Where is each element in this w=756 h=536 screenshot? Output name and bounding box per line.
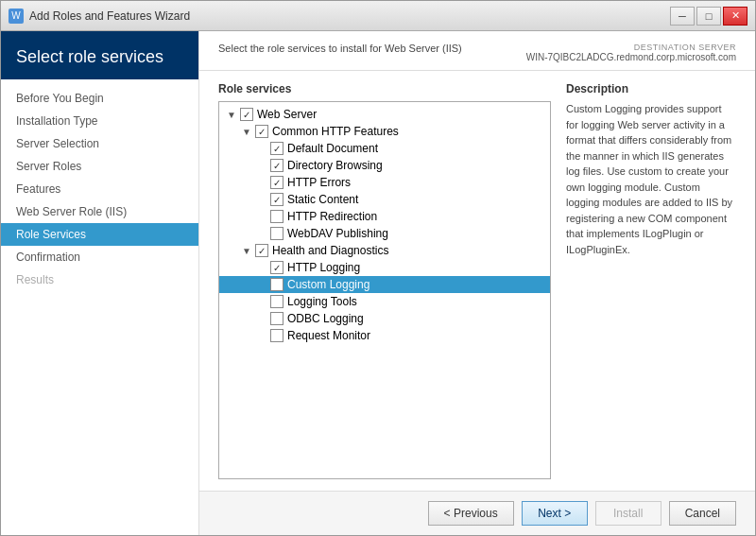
expander-icon: ▼ <box>227 110 240 120</box>
checkbox-http-redirection[interactable] <box>270 210 284 223</box>
tree-label-static-content: Static Content <box>287 193 358 206</box>
main-body: Role services ▼ Web Server ▼ <box>199 71 755 491</box>
minimize-button[interactable]: ─ <box>670 7 695 26</box>
description-label: Description <box>566 82 736 95</box>
sidebar-item-results: Results <box>1 268 198 291</box>
install-button: Install <box>595 501 662 526</box>
window-title: Add Roles and Features Wizard <box>29 9 190 23</box>
destination-server-info: DESTINATION SERVER WIN-7QIBC2LADCG.redmo… <box>526 43 736 62</box>
tree-item-static-content[interactable]: Static Content <box>219 191 550 208</box>
tree-label-http-redirection: HTTP Redirection <box>287 210 377 223</box>
main-header: Select the role services to install for … <box>199 31 755 71</box>
sidebar-heading: Select role services <box>1 31 198 79</box>
tree-item-directory-browsing[interactable]: Directory Browsing <box>219 157 550 174</box>
tree-container[interactable]: ▼ Web Server ▼ Common HTTP Features <box>218 101 551 479</box>
tree-item-odbc-logging[interactable]: ODBC Logging <box>219 310 550 327</box>
tree-item-http-errors[interactable]: HTTP Errors <box>219 174 550 191</box>
checkbox-custom-logging[interactable] <box>270 278 284 291</box>
header-instruction: Select the role services to install for … <box>218 43 462 54</box>
tree-label-directory-browsing: Directory Browsing <box>287 159 383 172</box>
window-icon: W <box>9 9 24 24</box>
tree-item-health-diagnostics[interactable]: ▼ Health and Diagnostics <box>219 242 550 259</box>
tree-label-http-errors: HTTP Errors <box>287 176 351 189</box>
wizard-window: W Add Roles and Features Wizard ─ □ ✕ Se… <box>0 0 756 536</box>
tree-item-common-http[interactable]: ▼ Common HTTP Features <box>219 123 550 140</box>
tree-item-webdav-publishing[interactable]: WebDAV Publishing <box>219 225 550 242</box>
sidebar-item-web-server-role[interactable]: Web Server Role (IIS) <box>1 200 198 223</box>
tree-item-logging-tools[interactable]: Logging Tools <box>219 293 550 310</box>
close-button[interactable]: ✕ <box>723 7 747 26</box>
tree-label-common-http: Common HTTP Features <box>272 125 399 138</box>
checkbox-health-diagnostics[interactable] <box>255 244 268 257</box>
description-text: Custom Logging provides support for logg… <box>566 101 736 257</box>
checkbox-static-content[interactable] <box>270 193 284 206</box>
sidebar-nav: Before You Begin Installation Type Serve… <box>1 79 198 535</box>
sidebar-item-features[interactable]: Features <box>1 178 198 200</box>
description-panel: Description Custom Logging provides supp… <box>566 82 736 479</box>
prev-button[interactable]: < Previous <box>428 501 514 526</box>
maximize-button[interactable]: □ <box>696 7 721 26</box>
sidebar-item-role-services[interactable]: Role Services <box>1 223 198 246</box>
checkbox-http-logging[interactable] <box>270 261 284 274</box>
checkbox-request-monitor[interactable] <box>270 329 284 342</box>
checkbox-http-errors[interactable] <box>270 176 284 189</box>
checkbox-directory-browsing[interactable] <box>270 159 284 172</box>
tree-item-default-document[interactable]: Default Document <box>219 140 550 157</box>
expander-icon: ▼ <box>242 246 255 256</box>
tree-label-custom-logging: Custom Logging <box>287 278 369 291</box>
tree-label-default-document: Default Document <box>287 142 378 155</box>
checkbox-default-document[interactable] <box>270 142 284 155</box>
tree-label-odbc-logging: ODBC Logging <box>287 312 364 325</box>
tree-panel: Role services ▼ Web Server ▼ <box>218 82 551 479</box>
title-bar: W Add Roles and Features Wizard ─ □ ✕ <box>1 1 755 31</box>
sidebar-item-before-begin[interactable]: Before You Begin <box>1 87 198 110</box>
main-panel: Select the role services to install for … <box>199 31 755 535</box>
tree-item-http-redirection[interactable]: HTTP Redirection <box>219 208 550 225</box>
sidebar: Select role services Before You Begin In… <box>1 31 199 535</box>
content-area: Select role services Before You Begin In… <box>1 31 755 535</box>
sidebar-item-server-roles[interactable]: Server Roles <box>1 155 198 178</box>
dest-server-label: DESTINATION SERVER <box>526 43 736 52</box>
tree-inner: ▼ Web Server ▼ Common HTTP Features <box>219 102 550 348</box>
tree-label-webdav-publishing: WebDAV Publishing <box>287 227 388 240</box>
expander-icon: ▼ <box>242 127 255 137</box>
checkbox-web-server[interactable] <box>240 108 253 121</box>
checkbox-webdav-publishing[interactable] <box>270 227 284 240</box>
sidebar-item-server-selection[interactable]: Server Selection <box>1 132 198 155</box>
checkbox-common-http[interactable] <box>255 125 268 138</box>
tree-item-web-server[interactable]: ▼ Web Server <box>219 106 550 123</box>
wizard-footer: < Previous Next > Install Cancel <box>199 491 755 535</box>
dest-server-name: WIN-7QIBC2LADCG.redmond.corp.microsoft.c… <box>526 52 736 62</box>
cancel-button[interactable]: Cancel <box>669 501 736 526</box>
sidebar-item-confirmation[interactable]: Confirmation <box>1 246 198 268</box>
checkbox-odbc-logging[interactable] <box>270 312 284 325</box>
tree-item-custom-logging[interactable]: Custom Logging <box>219 276 550 293</box>
tree-label-health-diagnostics: Health and Diagnostics <box>272 244 388 257</box>
title-bar-left: W Add Roles and Features Wizard <box>9 9 190 24</box>
checkbox-logging-tools[interactable] <box>270 295 284 308</box>
tree-panel-label: Role services <box>218 82 551 95</box>
title-bar-controls: ─ □ ✕ <box>670 7 747 26</box>
sidebar-item-installation-type[interactable]: Installation Type <box>1 110 198 132</box>
tree-label-logging-tools: Logging Tools <box>287 295 357 308</box>
tree-label-http-logging: HTTP Logging <box>287 261 360 274</box>
tree-label-request-monitor: Request Monitor <box>287 329 370 342</box>
tree-item-request-monitor[interactable]: Request Monitor <box>219 327 550 344</box>
next-button[interactable]: Next > <box>522 501 588 526</box>
tree-item-http-logging[interactable]: HTTP Logging <box>219 259 550 276</box>
tree-label-web-server: Web Server <box>257 108 317 121</box>
